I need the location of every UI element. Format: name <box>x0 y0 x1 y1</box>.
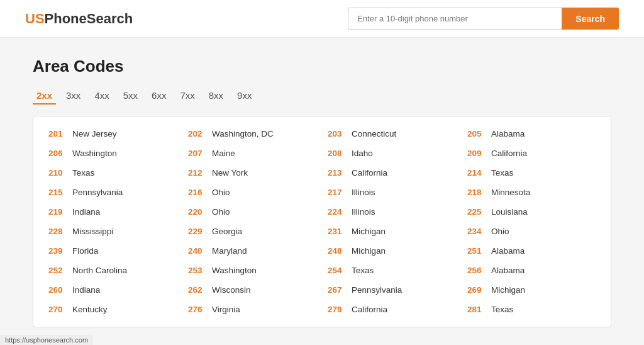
area-code-number[interactable]: 229 <box>188 227 208 236</box>
area-code-number[interactable]: 248 <box>328 246 348 256</box>
area-item: 251Alabama <box>465 242 598 259</box>
area-code-number[interactable]: 214 <box>467 168 487 178</box>
area-code-number[interactable]: 218 <box>467 188 487 197</box>
area-item: 262Wisconsin <box>186 281 319 298</box>
search-input[interactable] <box>348 8 562 30</box>
area-code-number[interactable]: 212 <box>188 168 208 178</box>
area-code-number[interactable]: 228 <box>48 227 69 236</box>
area-code-number[interactable]: 279 <box>328 305 348 314</box>
area-state-name: Connecticut <box>352 129 396 139</box>
area-code-number[interactable]: 270 <box>48 305 69 314</box>
area-item: 225Louisiana <box>465 203 598 220</box>
area-state-name: Florida <box>72 246 98 256</box>
area-code-number[interactable]: 234 <box>467 227 487 236</box>
area-code-number[interactable]: 256 <box>467 266 487 275</box>
area-state-name: Washington <box>212 266 257 275</box>
area-state-name: Washington, DC <box>212 129 274 139</box>
main-content: Area Codes 2xx3xx4xx5xx6xx7xx8xx9xx 201N… <box>20 38 624 345</box>
area-item: 207Maine <box>186 145 319 162</box>
tab-5xx[interactable]: 5xx <box>119 88 142 105</box>
area-item: 252North Carolina <box>46 262 179 279</box>
area-code-number[interactable]: 267 <box>328 285 348 295</box>
area-item: 239Florida <box>46 242 179 259</box>
area-item: 256Alabama <box>465 262 598 279</box>
area-code-number[interactable]: 219 <box>48 207 69 217</box>
tab-7xx[interactable]: 7xx <box>176 88 198 105</box>
area-code-number[interactable]: 262 <box>188 285 208 295</box>
area-state-name: Ohio <box>491 227 509 236</box>
tab-9xx[interactable]: 9xx <box>233 88 255 105</box>
area-item: 215Pennsylvania <box>46 184 179 201</box>
area-state-name: Mississippi <box>72 227 113 236</box>
area-code-number[interactable]: 202 <box>188 129 208 139</box>
area-state-name: Texas <box>491 168 513 178</box>
area-state-name: New York <box>212 168 248 178</box>
area-code-number[interactable]: 203 <box>328 129 348 139</box>
area-code-number[interactable]: 224 <box>328 207 348 217</box>
logo-us: US <box>25 11 45 26</box>
area-item: 281Texas <box>465 301 598 318</box>
area-state-name: Indiana <box>72 207 100 217</box>
tab-4xx[interactable]: 4xx <box>91 88 113 105</box>
area-code-number[interactable]: 231 <box>328 227 348 236</box>
area-code-number[interactable]: 209 <box>467 149 487 158</box>
area-code-number[interactable]: 252 <box>48 266 69 275</box>
area-state-name: Virginia <box>212 305 240 314</box>
area-code-number[interactable]: 253 <box>188 266 208 275</box>
area-code-number[interactable]: 205 <box>467 129 487 139</box>
area-code-number[interactable]: 269 <box>467 285 487 295</box>
area-item: 208Idaho <box>325 145 458 162</box>
area-state-name: Texas <box>352 266 374 275</box>
area-code-number[interactable]: 220 <box>188 207 208 217</box>
area-state-name: Alabama <box>491 246 525 256</box>
tab-3xx[interactable]: 3xx <box>62 88 84 105</box>
area-item: 279California <box>325 301 458 318</box>
area-item: 202Washington, DC <box>186 125 319 142</box>
area-code-number[interactable]: 207 <box>188 149 208 158</box>
area-code-number[interactable]: 239 <box>48 246 69 256</box>
area-code-number[interactable]: 201 <box>48 129 69 139</box>
area-code-number[interactable]: 281 <box>467 305 487 314</box>
page-title: Area Codes <box>33 57 611 76</box>
area-item: 253Washington <box>186 262 319 279</box>
area-code-number[interactable]: 213 <box>328 168 348 178</box>
area-code-number[interactable]: 215 <box>48 188 69 197</box>
tab-6xx[interactable]: 6xx <box>148 88 170 105</box>
search-button[interactable]: Search <box>562 8 619 30</box>
area-code-number[interactable]: 210 <box>48 168 69 178</box>
tab-2xx[interactable]: 2xx <box>33 88 56 105</box>
area-code-number[interactable]: 251 <box>467 246 487 256</box>
area-item: 219Indiana <box>46 203 179 220</box>
area-code-number[interactable]: 208 <box>328 149 348 158</box>
area-state-name: Michigan <box>491 285 525 295</box>
tab-bar: 2xx3xx4xx5xx6xx7xx8xx9xx <box>33 88 611 105</box>
area-item: 206Washington <box>46 145 179 162</box>
area-code-number[interactable]: 225 <box>467 207 487 217</box>
search-bar: Search <box>348 8 619 30</box>
area-state-name: New Jersey <box>72 129 117 139</box>
area-state-name: Michigan <box>352 227 386 236</box>
area-code-number[interactable]: 216 <box>188 188 208 197</box>
area-state-name: Indiana <box>72 285 100 295</box>
area-code-number[interactable]: 206 <box>48 149 69 158</box>
area-item: 248Michigan <box>325 242 458 259</box>
area-item: 205Alabama <box>465 125 598 142</box>
area-item: 228Mississippi <box>46 223 179 240</box>
area-code-number[interactable]: 217 <box>328 188 348 197</box>
area-item: 231Michigan <box>325 223 458 240</box>
area-item: 209California <box>465 145 598 162</box>
area-state-name: Illinois <box>352 188 375 197</box>
area-item: 218Minnesota <box>465 184 598 201</box>
area-state-name: Ohio <box>212 188 230 197</box>
area-code-number[interactable]: 276 <box>188 305 208 314</box>
area-code-number[interactable]: 240 <box>188 246 208 256</box>
area-item: 240Maryland <box>186 242 319 259</box>
area-code-number[interactable]: 254 <box>328 266 348 275</box>
area-state-name: Idaho <box>352 149 373 158</box>
area-state-name: California <box>352 168 387 178</box>
site-header: USPhoneSearch Search <box>0 0 644 38</box>
area-item: 270Kentucky <box>46 301 179 318</box>
area-code-number[interactable]: 260 <box>48 285 69 295</box>
tab-8xx[interactable]: 8xx <box>205 88 227 105</box>
area-state-name: Georgia <box>212 227 242 236</box>
